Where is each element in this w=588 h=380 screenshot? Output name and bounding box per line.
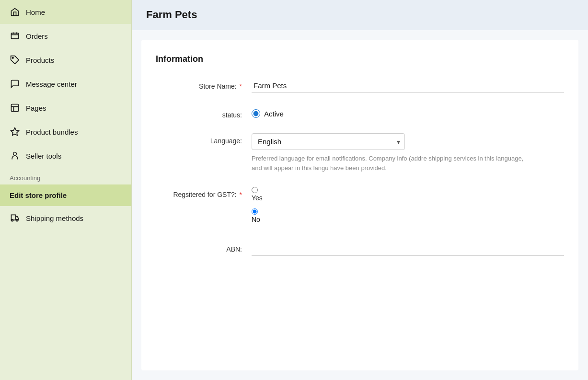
gst-required: *	[240, 191, 242, 198]
gst-no-label: No	[252, 216, 564, 223]
status-label: status:	[156, 107, 252, 119]
gst-yes-radio[interactable]	[252, 187, 258, 193]
sidebar-item-orders[interactable]: Orders	[0, 24, 131, 48]
gst-label: Regsitered for GST?: *	[156, 187, 252, 198]
sidebar-label-edit-store-profile: Edit store profile	[10, 191, 67, 199]
gst-options: Yes No	[252, 187, 564, 227]
abn-input[interactable]	[252, 242, 564, 256]
abn-row: ABN:	[156, 242, 564, 256]
products-icon	[10, 55, 20, 65]
sidebar-label-shipping-methods: Shipping methods	[26, 214, 83, 222]
status-row: status: Active	[156, 107, 564, 119]
abn-control	[252, 242, 564, 256]
main-content: Farm Pets Information Store Name: * stat…	[132, 0, 588, 380]
sidebar-label-message-center: Message center	[26, 80, 77, 88]
svg-point-6	[13, 152, 17, 156]
sidebar-label-seller-tools: Seller tools	[26, 152, 61, 160]
home-icon	[10, 7, 20, 17]
svg-rect-2	[12, 104, 19, 112]
gst-yes-row	[252, 187, 564, 193]
sidebar-label-products: Products	[26, 56, 54, 64]
language-row: Language: English French Spanish German …	[156, 133, 564, 173]
language-select[interactable]: English French Spanish German Chinese	[252, 133, 405, 150]
seller-icon	[10, 150, 20, 161]
sidebar-item-home[interactable]: Home	[0, 0, 131, 24]
gst-no-block: No	[252, 208, 564, 223]
status-radio-group: Active	[252, 109, 564, 118]
sidebar-item-edit-store-profile[interactable]: Edit store profile	[0, 184, 131, 206]
language-select-wrapper: English French Spanish German Chinese ▾	[252, 133, 405, 150]
gst-no-radio[interactable]	[252, 208, 258, 215]
store-name-required: *	[240, 82, 242, 90]
gst-yes-block: Yes	[252, 187, 564, 202]
gst-yes-label: Yes	[252, 194, 564, 202]
sidebar-label-pages: Pages	[26, 104, 46, 112]
language-control: English French Spanish German Chinese ▾ …	[252, 133, 564, 173]
store-name-row: Store Name: *	[156, 79, 564, 93]
accounting-section-label: Accounting	[0, 168, 131, 184]
sidebar-item-message-center[interactable]: Message center	[0, 72, 131, 96]
sidebar-label-orders: Orders	[26, 32, 48, 40]
bundles-icon	[10, 127, 20, 137]
status-active-radio[interactable]	[252, 109, 260, 118]
sidebar-item-product-bundles[interactable]: Product bundles	[0, 120, 131, 144]
sidebar-item-products[interactable]: Products	[0, 48, 131, 72]
sidebar-item-pages[interactable]: Pages	[0, 96, 131, 120]
gst-control: Yes No	[252, 187, 564, 227]
svg-rect-0	[12, 33, 19, 39]
gst-no-row	[252, 208, 564, 215]
sidebar: Home Orders Products Message center	[0, 0, 132, 380]
svg-point-1	[12, 58, 14, 59]
store-name-input[interactable]	[252, 79, 564, 93]
status-control: Active	[252, 107, 564, 118]
sidebar-item-shipping-methods[interactable]: Shipping methods	[0, 206, 131, 230]
store-name-label: Store Name: *	[156, 79, 252, 90]
store-name-control	[252, 79, 564, 93]
gst-row: Regsitered for GST?: * Yes No	[156, 187, 564, 227]
page-header: Farm Pets	[132, 0, 588, 30]
page-title: Farm Pets	[146, 9, 574, 21]
sidebar-item-seller-tools[interactable]: Seller tools	[0, 144, 131, 168]
language-helper-text: Preferred language for email notificatio…	[252, 154, 530, 173]
status-active-label: Active	[264, 110, 284, 118]
orders-icon	[10, 31, 20, 41]
abn-label: ABN:	[156, 242, 252, 253]
section-title: Information	[156, 54, 564, 64]
svg-marker-5	[11, 128, 19, 136]
shipping-icon	[10, 213, 20, 223]
sidebar-label-home: Home	[26, 8, 45, 16]
content-area: Information Store Name: * status: Active	[141, 40, 578, 370]
message-icon	[10, 79, 20, 89]
sidebar-label-product-bundles: Product bundles	[26, 128, 78, 136]
language-label: Language:	[156, 133, 252, 145]
pages-icon	[10, 103, 20, 113]
